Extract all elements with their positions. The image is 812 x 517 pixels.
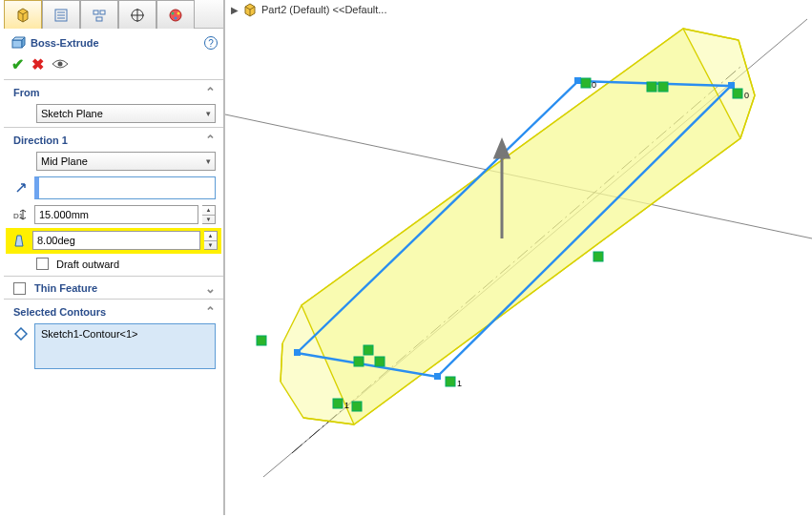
extrude-icon xyxy=(10,34,27,52)
direction1-label: Direction 1 xyxy=(13,134,68,146)
draft-outward-checkbox[interactable] xyxy=(36,258,49,270)
feature-title: Boss-Extrude xyxy=(31,37,204,49)
svg-rect-53 xyxy=(375,357,385,366)
svg-rect-50 xyxy=(257,336,266,345)
svg-rect-9 xyxy=(100,10,105,14)
draft-angle-spinner[interactable]: ▲▼ xyxy=(204,231,218,250)
svg-rect-51 xyxy=(364,345,373,355)
direction1-end-condition-value: Mid Plane xyxy=(41,155,88,167)
draft-angle-value: 8.00deg xyxy=(37,235,75,246)
tab-property-manager[interactable] xyxy=(42,0,80,29)
svg-marker-44 xyxy=(495,141,509,157)
chevron-right-icon: ▶ xyxy=(231,5,239,15)
tab-feature-manager[interactable] xyxy=(4,0,42,29)
preview-toggle[interactable] xyxy=(52,57,69,72)
svg-rect-8 xyxy=(94,10,98,14)
from-condition-value: Sketch Plane xyxy=(41,108,103,119)
graphics-viewport[interactable]: ▶ Part2 (Default) <<Default... xyxy=(225,0,812,517)
part-icon xyxy=(242,2,258,17)
from-section: From ⌃ Sketch Plane ▾ xyxy=(4,80,223,128)
draft-outward-label: Draft outward xyxy=(56,258,119,270)
panel-tabbar xyxy=(4,0,223,29)
svg-marker-24 xyxy=(15,328,27,340)
svg-rect-52 xyxy=(354,357,364,366)
chevron-up-icon: ⌃ xyxy=(205,85,216,99)
cube-icon xyxy=(14,7,31,24)
selected-contours-header[interactable]: Selected Contours ⌃ xyxy=(4,300,223,321)
breadcrumb[interactable]: ▶ Part2 (Default) <<Default... xyxy=(231,2,386,17)
svg-text:0: 0 xyxy=(744,91,749,100)
help-icon[interactable]: ? xyxy=(204,36,218,50)
thin-feature-section: Thin Feature ⌄ xyxy=(4,277,223,300)
appearance-icon xyxy=(168,8,183,23)
model-preview: 0 0 1 1 xyxy=(225,0,812,517)
contour-item[interactable]: Sketch1-Contour<1> xyxy=(41,328,138,340)
depth-field[interactable]: 15.000mm xyxy=(34,205,198,224)
property-manager-panel: Boss-Extrude ? ✔ ✖ From ⌃ Sketch Plane ▾… xyxy=(4,0,225,515)
config-icon xyxy=(92,8,107,23)
svg-marker-23 xyxy=(15,236,23,246)
from-label: From xyxy=(13,87,40,98)
thin-feature-header[interactable]: Thin Feature ⌄ xyxy=(4,277,223,299)
svg-text:1: 1 xyxy=(457,379,462,388)
tab-configuration-manager[interactable] xyxy=(80,0,118,29)
svg-text:1: 1 xyxy=(344,401,349,410)
svg-rect-45 xyxy=(581,78,591,88)
confirmation-row: ✔ ✖ xyxy=(4,53,223,80)
eye-icon xyxy=(52,58,69,70)
svg-point-21 xyxy=(58,61,63,66)
svg-point-17 xyxy=(175,16,177,19)
selected-contours-section: Selected Contours ⌃ Sketch1-Contour<1> xyxy=(4,300,223,373)
direction-vector-field[interactable] xyxy=(34,176,216,199)
chevron-down-icon: ▾ xyxy=(206,156,211,166)
from-section-header[interactable]: From ⌃ xyxy=(4,80,223,102)
svg-rect-55 xyxy=(333,399,343,408)
svg-rect-10 xyxy=(96,17,102,21)
svg-rect-48 xyxy=(733,89,742,98)
svg-rect-54 xyxy=(446,377,455,386)
svg-rect-56 xyxy=(352,402,362,411)
svg-rect-40 xyxy=(574,77,581,84)
depth-value: 15.000mm xyxy=(39,209,89,220)
draft-angle-field[interactable]: 8.00deg xyxy=(32,231,200,250)
thin-feature-label: Thin Feature xyxy=(34,282,97,294)
list-icon xyxy=(53,8,69,23)
svg-rect-46 xyxy=(647,82,656,92)
chevron-up-icon: ⌃ xyxy=(205,133,216,147)
depth-icon: D1 xyxy=(11,208,31,221)
draft-angle-highlight: 8.00deg ▲▼ xyxy=(6,228,221,254)
feature-header: Boss-Extrude ? xyxy=(4,29,223,53)
reverse-direction-icon[interactable] xyxy=(11,181,31,195)
direction1-header[interactable]: Direction 1 ⌃ xyxy=(4,128,223,150)
svg-rect-49 xyxy=(593,252,603,261)
depth-spinner[interactable]: ▲▼ xyxy=(202,205,216,224)
breadcrumb-text: Part2 (Default) <<Default... xyxy=(261,4,386,15)
selected-contours-label: Selected Contours xyxy=(13,306,106,318)
contour-icon xyxy=(11,327,31,341)
direction1-section: Direction 1 ⌃ Mid Plane ▾ D1 15.000mm ▲▼ xyxy=(4,128,223,277)
chevron-down-icon: ⌄ xyxy=(205,281,216,296)
thin-feature-checkbox[interactable] xyxy=(13,282,26,295)
svg-rect-39 xyxy=(294,349,301,356)
target-icon xyxy=(130,8,145,23)
tab-dimxpert-manager[interactable] xyxy=(118,0,156,29)
chevron-down-icon: ▾ xyxy=(206,109,211,118)
svg-rect-47 xyxy=(658,82,668,92)
from-condition-dropdown[interactable]: Sketch Plane ▾ xyxy=(36,104,216,123)
svg-rect-18 xyxy=(12,40,22,48)
svg-rect-41 xyxy=(728,82,735,89)
draft-icon[interactable] xyxy=(10,233,29,248)
direction1-end-condition-dropdown[interactable]: Mid Plane ▾ xyxy=(36,152,216,171)
tab-display-manager[interactable] xyxy=(156,0,195,29)
svg-text:0: 0 xyxy=(592,80,596,90)
svg-point-15 xyxy=(172,11,175,14)
ok-button[interactable]: ✔ xyxy=(11,55,24,73)
svg-rect-42 xyxy=(434,373,441,380)
svg-point-16 xyxy=(177,11,180,14)
cancel-button[interactable]: ✖ xyxy=(31,55,44,73)
chevron-up-icon: ⌃ xyxy=(205,304,216,319)
contours-list[interactable]: Sketch1-Contour<1> xyxy=(34,323,216,369)
